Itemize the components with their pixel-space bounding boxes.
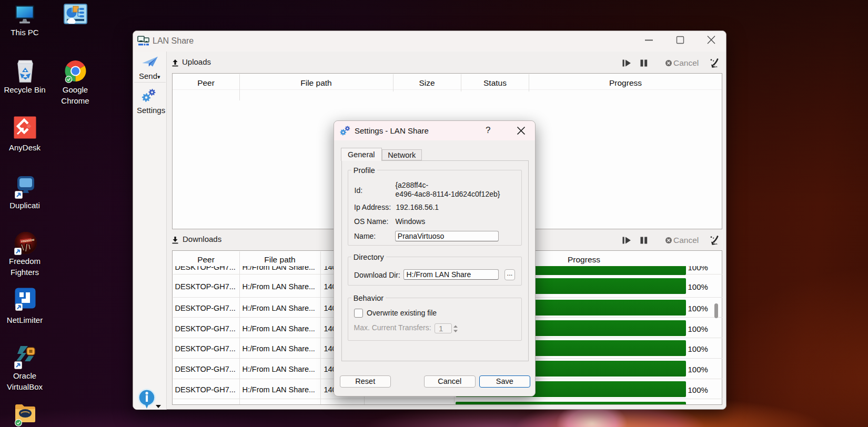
svg-text:Cancel: Cancel (673, 236, 699, 245)
svg-text:Cancel: Cancel (673, 58, 699, 67)
